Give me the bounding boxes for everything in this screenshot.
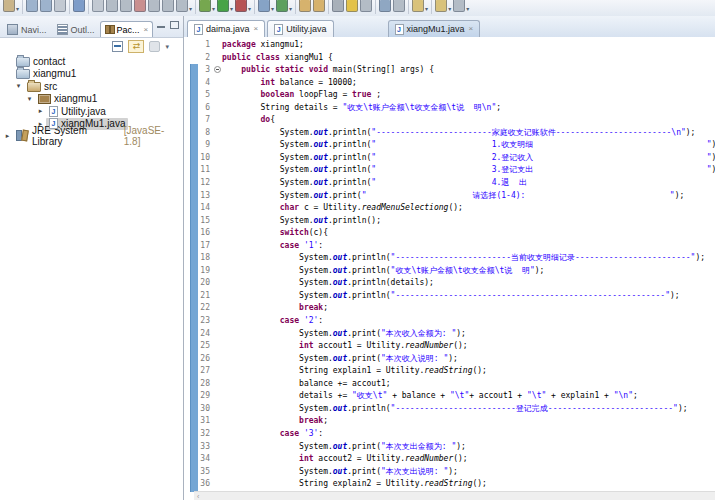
editor-tab-daima-java[interactable]: Jdaima.java× [187, 20, 265, 37]
close-icon[interactable]: × [469, 25, 474, 33]
code-editor[interactable]: 1234567891011121314151617181920212223242… [184, 37, 715, 492]
new-wizard-icon[interactable]: ▾ [3, 0, 19, 14]
line-number: 21 [194, 290, 210, 303]
code-line[interactable]: balance += accout1; [222, 378, 715, 391]
tree-item-body: JUtility.java [46, 105, 109, 117]
scroll-left-arrow-icon[interactable]: ‹ [197, 493, 199, 500]
link-with-editor-icon[interactable]: ⇄ [128, 40, 144, 53]
resume-icon[interactable] [106, 0, 118, 14]
close-icon[interactable]: × [254, 25, 259, 33]
code-line[interactable]: System.out.println("--------------------… [222, 127, 715, 140]
code-line[interactable]: System.out.println(details); [222, 277, 715, 290]
open-resource-icon[interactable] [313, 0, 325, 14]
code-line[interactable]: case '3': [222, 428, 715, 441]
code-line[interactable]: case '2': [222, 315, 715, 328]
tree-arrow-icon[interactable]: ▾ [13, 82, 24, 90]
annotation-icon[interactable] [332, 0, 344, 14]
tree-item-utility-java[interactable]: ▸JUtility.java [0, 105, 183, 118]
code-line[interactable]: boolean loopFlag = true ; [222, 89, 715, 102]
code-line[interactable]: System.out.println("--------------------… [222, 290, 715, 303]
code-line[interactable]: System.out.println("--------------------… [222, 403, 715, 416]
code-line[interactable]: do{ [222, 114, 715, 127]
tree-arrow-icon[interactable]: ▾ [24, 95, 35, 103]
horizontal-scrollbar[interactable]: ‹ [194, 491, 715, 500]
code-line[interactable]: String details = "收支\t账户金额\t收支金额\t说 明\n"… [222, 102, 715, 115]
open-type-icon[interactable] [299, 0, 311, 14]
code-line[interactable]: int accout1 = Utility.readNumber(); [222, 340, 715, 353]
line-number: 28 [194, 378, 210, 391]
code-line[interactable]: System.out.print(" 请选择(1-4): "); [222, 190, 715, 203]
code-line[interactable]: char c = Utility.readMenuSelectiong(); [222, 202, 715, 215]
code-line[interactable]: String explain2 = Utility.readString(); [222, 478, 715, 491]
code-line[interactable]: System.out.println(); [222, 215, 715, 228]
code-line[interactable]: break; [222, 302, 715, 315]
next-annotation-icon[interactable] [379, 0, 391, 14]
search-icon[interactable] [73, 0, 85, 14]
save-as-icon[interactable] [54, 0, 66, 14]
collapse-all-icon[interactable] [112, 41, 123, 52]
maximize-view-button[interactable] [170, 21, 179, 29]
sidebar-tab-pac[interactable]: Pac...× [100, 21, 154, 37]
step-into-icon[interactable] [148, 0, 160, 14]
sidebar-tab-outl[interactable]: Outl... [52, 21, 100, 37]
code-line[interactable]: System.out.println(" 3.登记支出 "); [222, 164, 715, 177]
tree-item-xiangmu1[interactable]: ▾xiangmu1 [0, 93, 183, 106]
code-line[interactable]: public class xiangMu1 { [222, 52, 715, 65]
mark-occurrences-icon[interactable] [346, 0, 358, 14]
java-file-icon: J [49, 118, 58, 129]
minimize-view-button[interactable] [157, 21, 165, 28]
debug-icon[interactable]: ▾ [199, 0, 215, 14]
code-line[interactable]: System.out.print("本次支出说明: "); [222, 466, 715, 479]
suspend-icon[interactable] [120, 0, 132, 14]
code-line[interactable]: switch(c){ [222, 227, 715, 240]
previous-annotation-icon[interactable] [393, 0, 405, 14]
code-line[interactable]: case '1': [222, 240, 715, 253]
fold-collapse-icon[interactable] [214, 66, 221, 73]
code-line[interactable]: System.out.print("本次收入金额为: "); [222, 328, 715, 341]
tree-arrow-icon[interactable]: ▸ [2, 132, 13, 140]
new-class-icon[interactable]: ▾ [276, 0, 292, 14]
code-line[interactable]: System.out.println(" 1.收支明细 "); [222, 139, 715, 152]
tree-arrow-icon[interactable]: ▸ [35, 107, 46, 115]
new-java-project-icon[interactable]: ▾ [258, 0, 274, 14]
step-return-icon[interactable]: ▾ [176, 0, 192, 14]
tree-item-jre-system-library[interactable]: ▸JRE System Library[JavaSE-1.8] [0, 130, 183, 143]
sidebar-tab-navi[interactable]: Navi... [2, 21, 52, 37]
show-whitespace-icon[interactable] [360, 0, 372, 14]
save-icon[interactable] [26, 0, 38, 14]
run-icon[interactable]: ▾ [217, 0, 233, 14]
code-line[interactable]: System.out.println(" 4.退 出 "); [222, 177, 715, 190]
code-line[interactable]: public static void main(String[] args) { [222, 64, 715, 77]
focus-icon[interactable] [149, 41, 160, 52]
line-number: 8 [194, 127, 210, 140]
run-last-tool-icon[interactable] [92, 0, 104, 14]
step-over-icon[interactable] [162, 0, 174, 14]
code-line[interactable]: String explain1 = Utility.readString(); [222, 365, 715, 378]
line-number-gutter[interactable]: 1234567891011121314151617181920212223242… [194, 39, 210, 491]
code-line[interactable]: int accout2 = Utility.readNumber(); [222, 453, 715, 466]
last-edit-location-icon[interactable]: ▾ [412, 0, 428, 14]
terminate-icon[interactable] [134, 0, 146, 14]
code-line[interactable]: System.out.print("本次支出金额为: "); [222, 441, 715, 454]
save-all-icon[interactable] [40, 0, 52, 14]
code-line[interactable]: int balance = 10000; [222, 77, 715, 90]
line-number: 7 [194, 114, 210, 127]
forward-icon[interactable]: ▾ [453, 0, 469, 14]
code-line[interactable]: System.out.print("本次收入说明: "); [222, 353, 715, 366]
editor-tab-utility-java[interactable]: JUtility.java [267, 20, 333, 37]
code-line[interactable]: break; [222, 415, 715, 428]
view-menu-icon[interactable]: ▾ [165, 42, 169, 51]
code-line[interactable]: System.out.println("收支\t账户金额\t收支金额\t说 明"… [222, 265, 715, 278]
code-line[interactable]: System.out.println(" 2.登记收入 "); [222, 152, 715, 165]
profile-icon[interactable]: ▾ [235, 0, 251, 14]
tree-item-xiangmu1[interactable]: xiangmu1 [0, 68, 183, 81]
editor-tab-xiangmu1-java[interactable]: JxiangMu1.java× [388, 20, 481, 37]
code-line[interactable]: package xiangmu1; [222, 39, 715, 52]
code-line[interactable]: System.out.println("--------------------… [222, 252, 715, 265]
close-icon[interactable]: × [144, 26, 149, 34]
tree-item-contact[interactable]: contact [0, 55, 183, 68]
toolbar-separator [195, 0, 196, 14]
back-icon[interactable]: ▾ [435, 0, 451, 14]
code-line[interactable]: details += "收支\t" + balance + "\t"+ acco… [222, 390, 715, 403]
tree-item-src[interactable]: ▾src [0, 80, 183, 93]
